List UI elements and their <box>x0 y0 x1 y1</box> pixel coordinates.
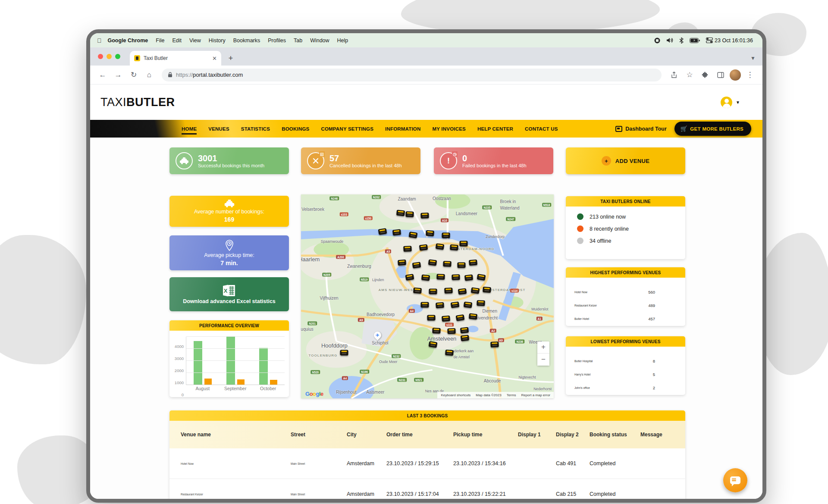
back-button[interactable]: ← <box>96 69 109 81</box>
zoom-in-button[interactable]: + <box>537 341 549 354</box>
profile-avatar[interactable] <box>730 69 741 81</box>
nav-item-venues[interactable]: VENUES <box>208 121 229 137</box>
taxi-marker[interactable] <box>464 275 473 281</box>
extensions-puzzle-icon[interactable] <box>699 69 712 81</box>
taxi-marker[interactable] <box>477 300 485 306</box>
taxibutler-logo[interactable]: TAXIBUTLER <box>100 96 175 109</box>
browser-tab[interactable]: Taxi Butler ✕ <box>130 51 221 66</box>
close-window-button[interactable] <box>98 54 103 59</box>
nav-item-bookings[interactable]: BOOKINGS <box>282 121 309 137</box>
menubar-item-profiles[interactable]: Profiles <box>268 38 286 44</box>
taxi-marker[interactable] <box>442 316 450 322</box>
menubar-item-bookmarks[interactable]: Bookmarks <box>233 38 260 44</box>
taxi-marker[interactable] <box>444 288 453 294</box>
tab-close-icon[interactable]: ✕ <box>212 55 217 62</box>
minimize-window-button[interactable] <box>107 54 112 59</box>
taxi-marker[interactable] <box>340 350 348 355</box>
share-icon[interactable] <box>668 69 681 81</box>
taxi-marker[interactable] <box>448 328 456 334</box>
taxi-marker[interactable] <box>421 275 430 281</box>
dashboard-tour-button[interactable]: Dashboard Tour <box>615 126 667 132</box>
account-caret-icon[interactable]: ▼ <box>736 100 740 105</box>
nav-item-contact-us[interactable]: CONTACT US <box>525 121 558 137</box>
taxi-marker[interactable] <box>459 241 467 246</box>
zoom-window-button[interactable] <box>115 54 120 59</box>
zoom-out-button[interactable]: − <box>537 354 549 366</box>
table-row[interactable]: Hotel NowMain StreetAmsterdam23.10.2023 … <box>169 448 685 479</box>
venue-row[interactable]: John's office2 <box>566 381 685 394</box>
menubar-item-history[interactable]: History <box>209 38 226 44</box>
map-attribution-link[interactable]: Report a map error <box>521 393 550 397</box>
taxi-marker[interactable] <box>429 288 437 294</box>
address-bar[interactable]: https://portal.taxibutler.com <box>162 69 662 81</box>
nav-item-help-center[interactable]: HELP CENTER <box>477 121 513 137</box>
map-attribution-link[interactable]: Map data ©2023 <box>476 393 501 397</box>
taxi-marker[interactable] <box>452 274 460 280</box>
taxi-marker[interactable] <box>451 301 460 308</box>
taxi-marker[interactable] <box>457 262 465 268</box>
menubar-item-edit[interactable]: Edit <box>172 38 182 44</box>
taxi-marker[interactable] <box>469 260 477 266</box>
taxi-marker[interactable] <box>405 212 414 218</box>
taxi-marker[interactable] <box>427 315 435 320</box>
taxi-marker[interactable] <box>443 261 452 267</box>
kebab-menu-icon[interactable]: ⋮ <box>743 69 756 81</box>
menubar-clock[interactable]: 23 Oct 16:01:36 <box>715 38 753 44</box>
add-venue-button[interactable]: + ADD VENUE <box>566 147 685 174</box>
taxi-marker[interactable] <box>436 274 445 280</box>
nav-item-my-invoices[interactable]: MY INVOICES <box>433 121 466 137</box>
taxi-marker[interactable] <box>450 244 458 250</box>
venue-row[interactable]: Restaurant Keizer489 <box>566 299 685 312</box>
taxi-marker[interactable] <box>420 213 429 219</box>
taxi-marker[interactable] <box>412 262 421 269</box>
shortcuts-icon[interactable] <box>654 38 660 44</box>
apple-menu-icon[interactable]:  <box>97 37 102 44</box>
account-avatar[interactable] <box>721 97 732 108</box>
excel-download-card[interactable]: X Download advanced Excel statistics <box>169 277 289 311</box>
bookmark-star-icon[interactable]: ☆ <box>683 69 696 81</box>
home-button[interactable]: ⌂ <box>143 69 156 81</box>
new-tab-button[interactable]: + <box>225 52 237 64</box>
nav-item-information[interactable]: INFORMATION <box>385 121 420 137</box>
menubar-item-tab[interactable]: Tab <box>294 38 302 44</box>
taxi-marker[interactable] <box>396 210 405 216</box>
battery-icon[interactable] <box>690 38 700 43</box>
venue-row[interactable]: Butler Hotel457 <box>566 312 685 326</box>
forward-button[interactable]: → <box>112 69 125 81</box>
taxi-marker[interactable] <box>456 314 465 321</box>
taxi-marker[interactable] <box>464 301 472 308</box>
menubar-item-view[interactable]: View <box>189 38 201 44</box>
side-panel-icon[interactable] <box>714 69 727 81</box>
venue-row[interactable]: Hotel Now560 <box>566 285 685 299</box>
taxi-marker[interactable] <box>420 302 429 307</box>
reload-button[interactable]: ↻ <box>127 69 140 81</box>
taxi-marker[interactable] <box>490 341 499 347</box>
nav-item-company-settings[interactable]: COMPANY SETTINGS <box>321 121 373 137</box>
chat-fab-button[interactable] <box>723 468 747 492</box>
nav-item-statistics[interactable]: STATISTICS <box>241 121 270 137</box>
map-attribution-link[interactable]: Keyboard shortcuts <box>441 393 470 397</box>
control-center-icon[interactable] <box>706 38 713 43</box>
menubar-app-name[interactable]: Google Chrome <box>108 38 148 44</box>
menubar-item-help[interactable]: Help <box>337 38 348 44</box>
bluetooth-icon[interactable] <box>679 38 684 44</box>
taxi-marker[interactable] <box>428 260 437 266</box>
taxi-marker[interactable] <box>426 230 434 237</box>
taxi-marker[interactable] <box>432 328 440 334</box>
taxi-marker[interactable] <box>413 288 422 294</box>
taxi-marker[interactable] <box>429 341 438 348</box>
venue-row[interactable]: Harry's Hotel5 <box>566 368 685 381</box>
taxi-marker[interactable] <box>483 287 491 293</box>
taxi-marker[interactable] <box>436 302 444 308</box>
venue-row[interactable]: Butler Hospital8 <box>566 354 685 368</box>
google-map[interactable]: ZaandamOostzaanLandsmeerBroek inWaterlan… <box>301 194 554 398</box>
taxi-marker[interactable] <box>398 260 406 266</box>
taxi-marker[interactable] <box>403 246 412 252</box>
menubar-item-file[interactable]: File <box>156 38 164 44</box>
taxi-marker[interactable] <box>458 288 467 294</box>
tab-search-chevron-icon[interactable]: ▼ <box>750 55 756 61</box>
taxi-marker[interactable] <box>392 229 401 236</box>
taxi-marker[interactable] <box>442 232 450 238</box>
taxi-marker[interactable] <box>408 232 417 238</box>
taxi-marker[interactable] <box>461 335 469 341</box>
